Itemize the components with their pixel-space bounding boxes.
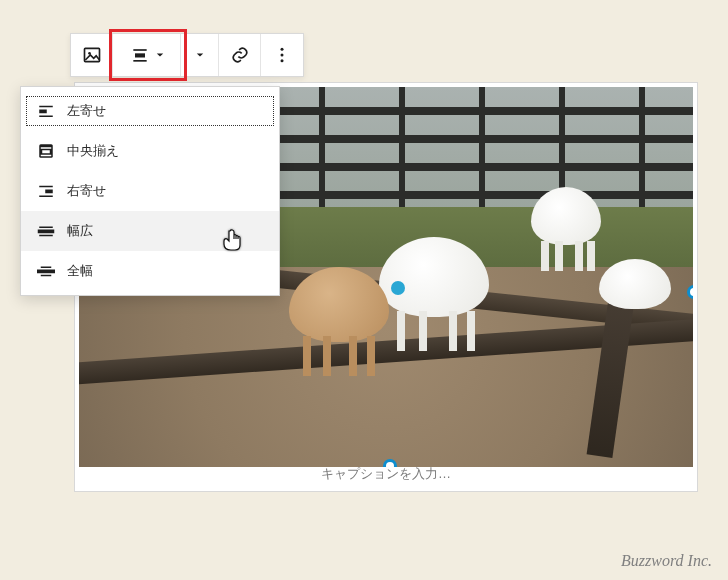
menu-item-label: 全幅 (67, 262, 93, 280)
align-right-icon (35, 182, 57, 200)
align-center-icon (130, 45, 150, 65)
block-type-button[interactable] (71, 34, 113, 76)
svg-rect-15 (41, 155, 52, 157)
svg-rect-23 (37, 270, 55, 274)
replace-button[interactable] (181, 34, 219, 76)
menu-item-align-left[interactable]: 左寄せ (21, 91, 279, 131)
svg-point-6 (281, 54, 284, 57)
svg-rect-16 (39, 186, 53, 188)
chevron-down-icon (156, 51, 164, 59)
svg-rect-22 (41, 267, 52, 269)
more-vertical-icon (272, 45, 292, 65)
svg-rect-13 (41, 147, 52, 149)
svg-rect-19 (39, 227, 53, 229)
svg-rect-4 (133, 60, 146, 62)
link-icon (230, 45, 250, 65)
svg-rect-20 (38, 230, 55, 234)
caption-input[interactable]: キャプションを入力… (75, 465, 697, 487)
svg-rect-14 (42, 150, 50, 153)
link-button[interactable] (219, 34, 261, 76)
chevron-down-icon (196, 51, 204, 59)
block-toolbar (70, 33, 304, 77)
menu-item-label: 中央揃え (67, 142, 119, 160)
alignment-dropdown: 左寄せ 中央揃え 右寄せ (20, 86, 280, 296)
menu-item-align-full[interactable]: 全幅 (21, 251, 279, 291)
svg-rect-24 (41, 275, 52, 277)
svg-rect-2 (133, 49, 146, 51)
menu-item-label: 左寄せ (67, 102, 106, 120)
svg-point-5 (281, 48, 284, 51)
image-block-icon (82, 45, 102, 65)
menu-item-align-wide[interactable]: 幅広 (21, 211, 279, 251)
align-full-icon (35, 262, 57, 280)
svg-rect-21 (39, 235, 53, 237)
menu-item-label: 右寄せ (67, 182, 106, 200)
footer-credit: Buzzword Inc. (621, 552, 712, 570)
svg-rect-3 (135, 53, 145, 57)
svg-rect-8 (39, 106, 53, 108)
svg-rect-18 (39, 196, 53, 198)
menu-item-align-center[interactable]: 中央揃え (21, 131, 279, 171)
svg-rect-17 (45, 190, 53, 194)
svg-point-7 (281, 59, 284, 62)
align-left-icon (35, 102, 57, 120)
menu-item-label: 幅広 (67, 222, 93, 240)
menu-item-align-right[interactable]: 右寄せ (21, 171, 279, 211)
alignment-button[interactable] (113, 34, 181, 76)
more-options-button[interactable] (261, 34, 303, 76)
align-wide-icon (35, 222, 57, 240)
svg-rect-9 (39, 110, 47, 114)
align-center-icon (35, 142, 57, 160)
svg-rect-10 (39, 116, 53, 118)
